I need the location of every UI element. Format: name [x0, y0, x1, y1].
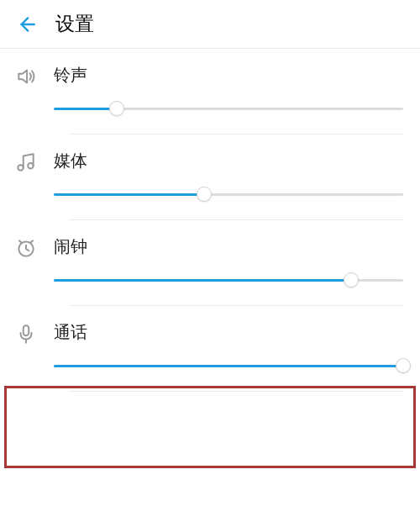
media-section: 媒体 — [0, 134, 420, 220]
highlight-annotation — [4, 386, 416, 468]
call-label: 通话 — [54, 321, 403, 344]
call-slider[interactable] — [54, 357, 403, 374]
media-label: 媒体 — [54, 150, 403, 172]
back-button[interactable] — [12, 10, 40, 39]
slider-thumb[interactable] — [344, 272, 359, 287]
alarm-label: 闹钟 — [54, 235, 403, 258]
alarm-section: 闹钟 — [0, 220, 420, 306]
ringtone-label: 铃声 — [54, 64, 403, 87]
header: 设置 — [0, 0, 420, 49]
slider-thumb[interactable] — [197, 187, 212, 202]
ringtone-slider[interactable] — [54, 100, 403, 117]
svg-rect-4 — [24, 325, 29, 335]
call-section: 通话 — [0, 306, 420, 392]
ringtone-icon — [15, 64, 47, 89]
divider — [69, 391, 403, 392]
page-title: 设置 — [55, 11, 94, 37]
alarm-slider[interactable] — [54, 272, 403, 288]
svg-point-2 — [28, 163, 33, 169]
slider-thumb[interactable] — [109, 101, 124, 116]
media-slider[interactable] — [54, 186, 403, 203]
microphone-icon — [15, 321, 47, 346]
back-arrow-icon — [15, 13, 37, 35]
volume-settings-list: 铃声 媒体 — [0, 49, 420, 392]
alarm-clock-icon — [15, 235, 47, 261]
music-icon — [15, 150, 47, 175]
ringtone-section: 铃声 — [0, 49, 420, 134]
svg-point-1 — [18, 165, 24, 171]
slider-thumb[interactable] — [396, 358, 411, 373]
